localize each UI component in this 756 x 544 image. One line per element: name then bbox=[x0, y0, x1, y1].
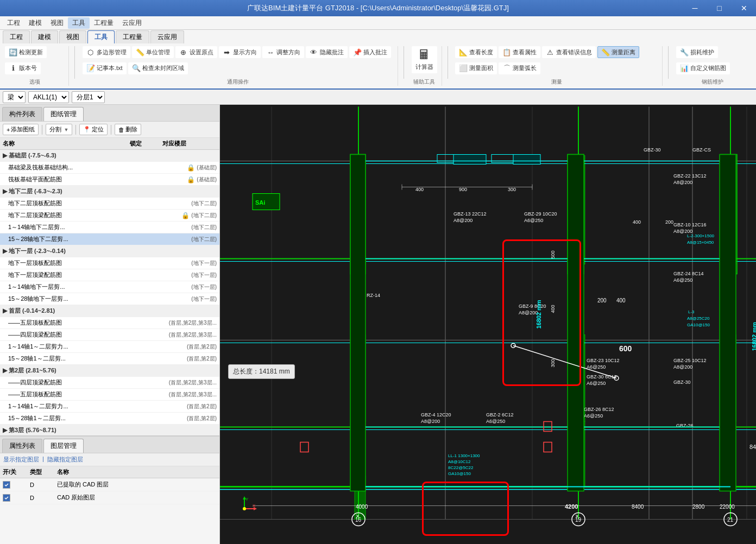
group-f3[interactable]: ▶ 第3层 (5.76~8.71) bbox=[0, 425, 219, 435]
ribbon-tab-view[interactable]: 视图 bbox=[59, 30, 86, 43]
group-b2[interactable]: ▶ 地下二层 (-6.3~-2.3) bbox=[0, 186, 219, 198]
menu-item-project[interactable]: 工程 bbox=[3, 17, 24, 29]
element-select[interactable]: AKL1(1) bbox=[28, 91, 69, 103]
col-lock: 锁定 bbox=[130, 140, 162, 148]
show-specified-layer-button[interactable]: 显示指定图层 bbox=[3, 456, 39, 464]
layer-checkbox-2[interactable] bbox=[3, 494, 10, 502]
notepad-button[interactable]: 📝 记事本.txt bbox=[83, 62, 127, 74]
list-item[interactable]: 1～14轴1～二层剪力... (首层,第2层) bbox=[0, 341, 219, 353]
svg-text:A8@25C20: A8@25C20 bbox=[687, 316, 710, 321]
direction-icon: ➡ bbox=[223, 48, 231, 56]
view-error-button[interactable]: ⚠ 查看错误信息 bbox=[542, 46, 596, 58]
adjust-icon: ↔ bbox=[266, 48, 275, 56]
svg-text:GBZ-30: GBZ-30 bbox=[644, 147, 661, 153]
list-item[interactable]: 15～28轴1～二层剪... (首层,第2层) bbox=[0, 353, 219, 365]
menu-item-build[interactable]: 建模 bbox=[24, 17, 46, 29]
version-button[interactable]: ℹ 版本号 bbox=[5, 62, 41, 74]
delete-button[interactable]: 🗑 删除 bbox=[115, 124, 141, 135]
list-item[interactable]: ——四层顶梁配筋图 (首层,第2层,第3层... bbox=[0, 329, 219, 341]
ribbon-group-general-title: 通用操作 bbox=[83, 77, 393, 86]
list-item[interactable]: 15～28轴1～二层剪... (首层,第2层) bbox=[0, 413, 219, 425]
list-item[interactable]: 基础梁及筏板基础结构... 🔒 (基础层) bbox=[0, 162, 219, 174]
ribbon-tab-quantity[interactable]: 工程量 bbox=[116, 30, 149, 43]
adjust-direction-button[interactable]: ↔ 调整方向 bbox=[262, 46, 304, 58]
loss-maintain-button[interactable]: 🔧 损耗维护 bbox=[676, 46, 718, 58]
measure-arc-button[interactable]: ⌒ 测量弧长 bbox=[499, 62, 540, 74]
menu-item-view[interactable]: 视图 bbox=[46, 17, 68, 29]
bottom-tab-layers[interactable]: 图层管理 bbox=[43, 439, 84, 453]
view-length-button[interactable]: 📐 查看长度 bbox=[455, 46, 497, 58]
add-drawing-button[interactable]: + 添加图纸 bbox=[3, 124, 39, 135]
panel-tab-components[interactable]: 构件列表 bbox=[2, 107, 42, 121]
group-b1[interactable]: ▶ 地下一层 (-2.3~-0.14) bbox=[0, 245, 219, 257]
group-expand-icon: ▶ bbox=[3, 427, 7, 434]
polygon-manage-button[interactable]: ⬡ 多边形管理 bbox=[83, 46, 130, 58]
check-unclosed-button[interactable]: 🔍 检查未封闭区域 bbox=[128, 62, 188, 74]
list-item[interactable]: 地下二层顶梁配筋图 🔒 (地下二层) bbox=[0, 210, 219, 222]
list-item[interactable]: 地下一层顶梁配筋图 (地下一层) bbox=[0, 269, 219, 281]
origin-icon: ⊕ bbox=[179, 48, 188, 56]
custom-rebar-button[interactable]: 📊 自定义钢筋图 bbox=[676, 62, 730, 74]
element-type-select[interactable]: 梁 bbox=[3, 91, 26, 103]
show-direction-button[interactable]: ➡ 显示方向 bbox=[219, 46, 261, 58]
list-item[interactable]: 1～14轴地下一层剪... (地下一层) bbox=[0, 281, 219, 293]
group-foundation[interactable]: ▶ 基础层 (-7.5~-6.3) bbox=[0, 150, 219, 162]
menu-item-quantity[interactable]: 工程量 bbox=[90, 17, 118, 29]
menu-item-tools[interactable]: 工具 bbox=[68, 17, 90, 29]
item-layer: (基础层) bbox=[197, 176, 217, 184]
svg-text:300: 300 bbox=[508, 187, 516, 192]
ribbon-tab-build[interactable]: 建模 bbox=[31, 30, 58, 43]
list-item[interactable]: ——四层顶梁配筋图 (首层,第2层,第3层... bbox=[0, 377, 219, 389]
measure-distance-button[interactable]: 📏 测量距离 bbox=[597, 46, 639, 58]
measure-area-button[interactable]: ⬜ 测量面积 bbox=[455, 62, 497, 74]
check-update-icon: 🔄 bbox=[9, 48, 17, 56]
list-item[interactable]: 筏板基础平面配筋图 🔒 (基础层) bbox=[0, 174, 219, 186]
cad-canvas[interactable]: GBZ-30 GBZ-CS GBZ-22 13C12 A8@200 GBZ-10… bbox=[220, 105, 756, 544]
list-item[interactable]: ——五层顶板配筋图 (首层,第2层,第3层... bbox=[0, 389, 219, 401]
toolbar-separator-3 bbox=[111, 125, 111, 135]
locate-button[interactable]: 📍 定位 bbox=[79, 124, 108, 135]
unit-manage-button[interactable]: 📏 单位管理 bbox=[132, 46, 174, 58]
list-item[interactable]: 地下一层顶板配筋图 (地下一层) bbox=[0, 257, 219, 269]
list-item[interactable]: 1～14轴地下二层剪... (地下二层) bbox=[0, 222, 219, 233]
ribbon-tab-cloud[interactable]: 云应用 bbox=[150, 30, 184, 43]
hide-annotation-button[interactable]: 👁 隐藏批注 bbox=[306, 46, 348, 58]
check-update-button[interactable]: 🔄 检测更新 bbox=[5, 46, 47, 58]
group-f1[interactable]: ▶ 首层 (-0.14~2.81) bbox=[0, 305, 219, 317]
layer-checkbox-1[interactable] bbox=[3, 481, 10, 489]
split-button[interactable]: 分割 ▼ bbox=[46, 124, 72, 135]
group-label: 第2层 (2.81~5.76) bbox=[9, 366, 56, 375]
svg-text:GBZ-23 10C12: GBZ-23 10C12 bbox=[587, 358, 620, 363]
menu-item-cloud[interactable]: 云应用 bbox=[118, 17, 146, 29]
layer-row[interactable]: D CAD 原始图层 bbox=[0, 491, 219, 504]
list-item[interactable]: 1～14轴1～二层剪力... (首层,第2层) bbox=[0, 401, 219, 413]
insert-annotation-button[interactable]: 📌 插入批注 bbox=[349, 46, 391, 58]
svg-text:Y: Y bbox=[245, 497, 249, 502]
panel-tab-drawings[interactable]: 图纸管理 bbox=[43, 107, 84, 121]
minimize-button[interactable]: ─ bbox=[683, 0, 707, 16]
group-expand-icon: ▶ bbox=[3, 307, 7, 314]
svg-text:A8@200: A8@200 bbox=[673, 364, 692, 370]
svg-text:200: 200 bbox=[597, 298, 607, 303]
list-item[interactable]: ——五层顶板配筋图 (首层,第2层,第3层... bbox=[0, 317, 219, 329]
set-origin-button[interactable]: ⊕ 设置原点 bbox=[175, 46, 217, 58]
layer-select[interactable]: 分层1 bbox=[72, 91, 105, 103]
layer-row[interactable]: D 已提取的 CAD 图层 bbox=[0, 478, 219, 491]
list-item[interactable]: 地下二层顶板配筋图 (地下二层) bbox=[0, 198, 219, 210]
list-item-selected[interactable]: 15～28轴地下二层剪... (地下二层) bbox=[0, 233, 219, 245]
group-label: 基础层 (-7.5~-6.3) bbox=[9, 151, 56, 160]
group-f2[interactable]: ▶ 第2层 (2.81~5.76) bbox=[0, 365, 219, 377]
hide-specified-layer-button[interactable]: 隐藏指定图层 bbox=[47, 456, 83, 464]
list-item[interactable]: 15～28轴地下一层剪... (地下一层) bbox=[0, 293, 219, 305]
svg-rect-107 bbox=[568, 155, 584, 491]
svg-text:400: 400 bbox=[550, 305, 556, 313]
bottom-tab-properties[interactable]: 属性列表 bbox=[2, 439, 42, 453]
view-property-button[interactable]: 📋 查看属性 bbox=[499, 46, 540, 58]
maximize-button[interactable]: □ bbox=[707, 0, 732, 16]
ribbon-tab-project[interactable]: 工程 bbox=[3, 30, 30, 43]
layer-table: 开/关 类型 名称 D 已提取的 CAD 图层 bbox=[0, 466, 219, 544]
ribbon-tab-tools[interactable]: 工具 bbox=[87, 30, 115, 43]
calculator-button[interactable]: 🖩 计算器 bbox=[412, 46, 437, 73]
close-button[interactable]: ✕ bbox=[732, 0, 756, 16]
svg-text:400: 400 bbox=[616, 298, 626, 303]
